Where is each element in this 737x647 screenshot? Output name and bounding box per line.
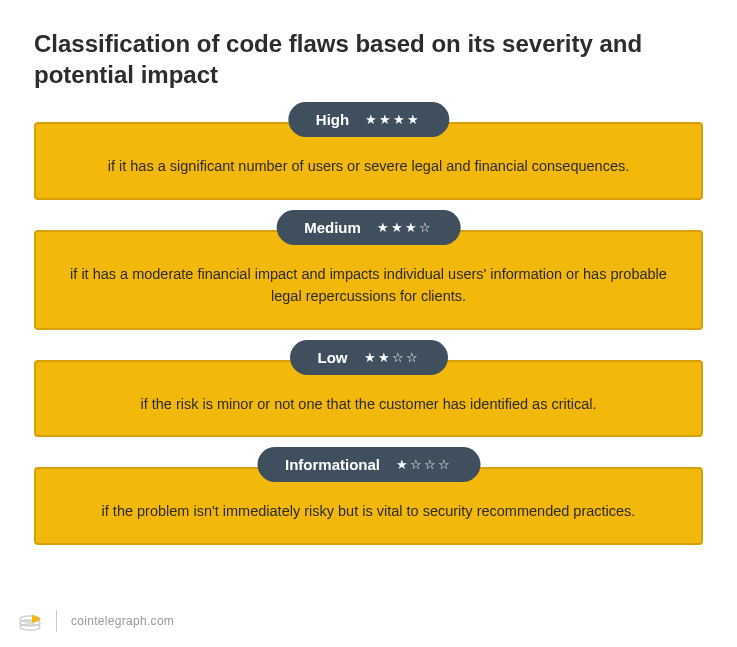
cointelegraph-logo-icon bbox=[18, 609, 42, 633]
severity-label: Low bbox=[318, 349, 348, 366]
severity-label: Medium bbox=[304, 219, 361, 236]
severity-pill: Medium★★★☆ bbox=[276, 210, 461, 245]
severity-level: Informational★☆☆☆if the problem isn't im… bbox=[34, 467, 703, 545]
footer-source: cointelegraph.com bbox=[71, 614, 174, 628]
severity-level: High★★★★if it has a significant number o… bbox=[34, 122, 703, 200]
severity-level: Medium★★★☆if it has a moderate financial… bbox=[34, 230, 703, 330]
severity-pill: Low★★☆☆ bbox=[290, 340, 448, 375]
footer: cointelegraph.com bbox=[18, 609, 174, 633]
footer-divider bbox=[56, 610, 57, 632]
star-rating-icon: ★★☆☆ bbox=[364, 350, 420, 365]
severity-label: High bbox=[316, 111, 349, 128]
severity-pill: High★★★★ bbox=[288, 102, 449, 137]
star-rating-icon: ★★★★ bbox=[365, 112, 421, 127]
star-rating-icon: ★☆☆☆ bbox=[396, 457, 452, 472]
star-rating-icon: ★★★☆ bbox=[377, 220, 433, 235]
severity-label: Informational bbox=[285, 456, 380, 473]
severity-level: Low★★☆☆if the risk is minor or not one t… bbox=[34, 360, 703, 438]
levels-container: High★★★★if it has a significant number o… bbox=[34, 122, 703, 545]
page-title: Classification of code flaws based on it… bbox=[34, 28, 674, 90]
severity-pill: Informational★☆☆☆ bbox=[257, 447, 480, 482]
